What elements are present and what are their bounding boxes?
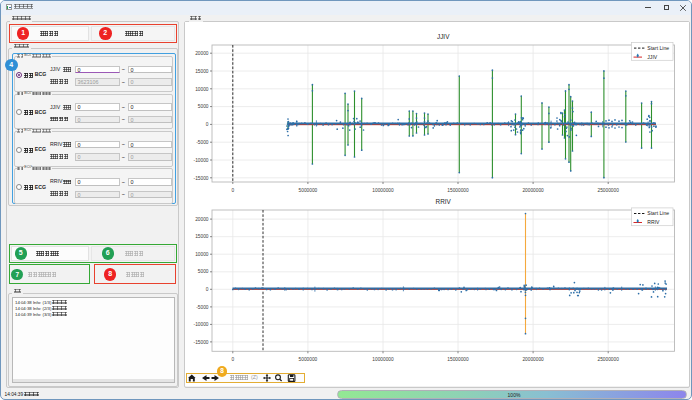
svg-text:5000000: 5000000 xyxy=(299,357,318,362)
svg-text:JJIV: JJIV xyxy=(647,54,658,60)
svg-text:0: 0 xyxy=(206,122,209,127)
svg-text:5000: 5000 xyxy=(198,269,209,274)
svg-text:10000000: 10000000 xyxy=(372,188,394,193)
svg-text:10000: 10000 xyxy=(195,252,209,257)
svg-text:15000000: 15000000 xyxy=(447,188,469,193)
svg-text:RRIV: RRIV xyxy=(647,219,660,225)
svg-text:15000: 15000 xyxy=(195,234,209,239)
svg-text:JJIV: JJIV xyxy=(437,33,450,40)
svg-text:-5000: -5000 xyxy=(196,305,209,310)
svg-text:25000000: 25000000 xyxy=(598,188,620,193)
svg-text:10000000: 10000000 xyxy=(372,357,394,362)
svg-text:5000000: 5000000 xyxy=(299,188,318,193)
svg-text:0: 0 xyxy=(231,357,234,362)
svg-text:20000000: 20000000 xyxy=(522,188,544,193)
svg-text:20000: 20000 xyxy=(195,217,209,222)
svg-text:20000: 20000 xyxy=(195,51,209,56)
svg-text:-5000: -5000 xyxy=(196,140,209,145)
svg-text:-10000: -10000 xyxy=(194,158,209,163)
svg-text:Start Line: Start Line xyxy=(647,45,669,51)
svg-text:Start Line: Start Line xyxy=(647,210,669,216)
svg-text:20000000: 20000000 xyxy=(522,357,544,362)
svg-text:15000: 15000 xyxy=(195,69,209,74)
svg-text:5000: 5000 xyxy=(198,104,209,109)
svg-text:RRIV: RRIV xyxy=(436,198,452,205)
svg-text:15000000: 15000000 xyxy=(447,357,469,362)
svg-text:-10000: -10000 xyxy=(194,322,209,327)
svg-text:-15000: -15000 xyxy=(194,340,209,345)
svg-text:0: 0 xyxy=(231,188,234,193)
svg-text:0: 0 xyxy=(206,287,209,292)
svg-text:10000: 10000 xyxy=(195,87,209,92)
svg-text:25000000: 25000000 xyxy=(598,357,620,362)
svg-text:-15000: -15000 xyxy=(194,176,209,181)
